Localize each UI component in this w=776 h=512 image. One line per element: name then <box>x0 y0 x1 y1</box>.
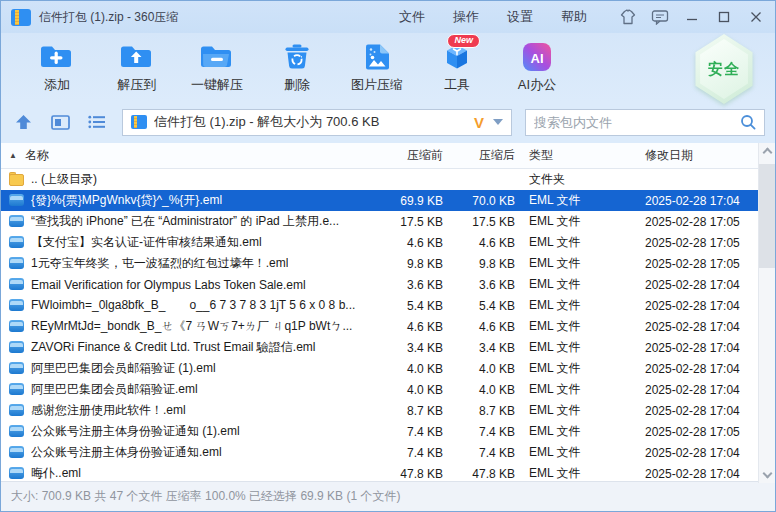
col-size-after: 17.5 KB <box>443 215 515 229</box>
col-date: 2025-02-28 17:04 <box>643 404 775 418</box>
col-size-before: 7.4 KB <box>365 446 443 460</box>
file-name: 【支付宝】实名认证-证件审核结果通知.eml <box>31 234 262 251</box>
toolbar-button-extract-to[interactable]: 解压到 <box>97 39 177 94</box>
col-type: EML 文件 <box>515 423 643 440</box>
delete-icon <box>278 41 316 73</box>
table-header-row: ▲ 名称 压缩前 压缩后 类型 修改日期 <box>1 143 775 169</box>
scrollbar[interactable] <box>758 143 775 483</box>
app-zip-icon <box>11 9 31 26</box>
table-row[interactable]: 晦仆..eml 47.8 KB 47.8 KB EML 文件 2025-02-2… <box>1 463 775 483</box>
file-name: FWloimbh=_0lga8bfk_B_ o__6 7 3 7 8 3 1jT… <box>31 297 355 314</box>
table-row[interactable]: .. (上级目录) 文件夹 <box>1 169 775 190</box>
nav-up-button[interactable] <box>11 110 35 134</box>
col-type: EML 文件 <box>515 192 643 209</box>
close-button[interactable] <box>743 6 769 28</box>
table-row[interactable]: 阿里巴巴集团会员邮箱验证 (1).eml 4.0 KB 4.0 KB EML 文… <box>1 358 775 379</box>
table-row[interactable]: FWloimbh=_0lga8bfk_B_ o__6 7 3 7 8 3 1jT… <box>1 295 775 316</box>
view-mode-button[interactable] <box>48 110 72 134</box>
archive-path-combobox[interactable]: 信件打包 (1).zip - 解包大小为 700.6 KB V <box>122 109 512 136</box>
toolbar-button-label: 图片压缩 <box>351 76 403 94</box>
table-row[interactable]: 1元夺宝年终奖，屯一波猛烈的红包过壕年！.eml 9.8 KB 9.8 KB E… <box>1 253 775 274</box>
table-row[interactable]: {發}%{票}MPgWnkv{贷}^_%{开}.eml 69.9 KB 70.0… <box>1 190 775 211</box>
toolbar-button-delete[interactable]: 删除 <box>257 39 337 94</box>
menu-item-actions[interactable]: 操作 <box>439 4 493 30</box>
file-name: Email Verification for Olympus Labs Toke… <box>31 278 306 292</box>
theme-shirt-icon[interactable] <box>615 6 641 28</box>
scroll-up-icon[interactable] <box>762 148 772 158</box>
feedback-icon[interactable] <box>647 6 673 28</box>
col-size-after: 9.8 KB <box>443 257 515 271</box>
menu-item-settings[interactable]: 设置 <box>493 4 547 30</box>
toolbar-button-label: 删除 <box>284 76 310 94</box>
col-size-before: 4.6 KB <box>365 236 443 250</box>
col-size-before: 3.6 KB <box>365 278 443 292</box>
scroll-thumb[interactable] <box>759 164 775 268</box>
menu-item-file[interactable]: 文件 <box>385 4 439 30</box>
col-size-after: 4.6 KB <box>443 320 515 334</box>
col-size-after: 7.4 KB <box>443 446 515 460</box>
eml-file-icon <box>9 194 25 207</box>
image-compress-icon <box>358 41 396 73</box>
app-window: 信件打包 (1).zip - 360压缩 文件 操作 设置 帮助 <box>0 0 776 512</box>
col-date: 2025-02-28 17:05 <box>643 215 775 229</box>
table-row[interactable]: “查找我的 iPhone” 已在 “Administrator” 的 iPad … <box>1 211 775 232</box>
toolbar-button-ai-office[interactable]: AI AI办公 <box>497 39 577 94</box>
toolbar-button-one-key-extract[interactable]: 一键解压 <box>177 39 257 94</box>
file-name: 阿里巴巴集团会员邮箱验证.eml <box>31 381 198 398</box>
col-size-before: 47.8 KB <box>365 467 443 481</box>
table-row[interactable]: 公众账号注册主体身份验证通知.eml 7.4 KB 7.4 KB EML 文件 … <box>1 442 775 463</box>
toolbar-button-label: 解压到 <box>118 76 157 94</box>
search-input[interactable] <box>534 115 740 130</box>
title-bar: 信件打包 (1).zip - 360压缩 文件 操作 设置 帮助 <box>1 1 775 33</box>
maximize-button[interactable] <box>711 6 737 28</box>
table-row[interactable]: 【支付宝】实名认证-证件审核结果通知.eml 4.6 KB 4.6 KB EML… <box>1 232 775 253</box>
col-size-after: 8.7 KB <box>443 404 515 418</box>
col-date: 2025-02-28 17:05 <box>643 257 775 271</box>
column-header-name[interactable]: ▲ 名称 <box>1 147 365 164</box>
col-date: 2025-02-28 17:04 <box>643 278 775 292</box>
column-header-before[interactable]: 压缩前 <box>365 147 443 164</box>
table-row[interactable]: ZAVORi Finance & Credit Ltd. Trust Email… <box>1 337 775 358</box>
column-header-after[interactable]: 压缩后 <box>443 147 515 164</box>
list-mode-button[interactable] <box>85 110 109 134</box>
search-icon[interactable] <box>740 114 756 130</box>
toolbar-button-tools[interactable]: New 工具 <box>417 39 497 94</box>
safe-shield-badge[interactable]: 安全 <box>693 34 755 104</box>
file-name: .. (上级目录) <box>31 171 97 188</box>
col-size-after: 4.6 KB <box>443 236 515 250</box>
col-date: 2025-02-28 17:04 <box>643 299 775 313</box>
eml-file-icon <box>9 215 25 228</box>
toolbar: 添加 解压到 一键解压 删除 图片压缩 New 工具 AI AI办公 <box>1 33 775 101</box>
menu-bar: 文件 操作 设置 帮助 <box>385 4 601 30</box>
file-name: ZAVORi Finance & Credit Ltd. Trust Email… <box>31 339 316 356</box>
scroll-down-icon[interactable] <box>762 469 772 479</box>
file-name: “查找我的 iPhone” 已在 “Administrator” 的 iPad … <box>31 213 339 230</box>
col-date: 2025-02-28 17:05 <box>643 236 775 250</box>
table-row[interactable]: Email Verification for Olympus Labs Toke… <box>1 274 775 295</box>
chevron-down-icon[interactable] <box>493 119 503 125</box>
table-row[interactable]: REyMrMtJd=_bondk_B_ㄝ《7 ㄢWㄎ7+ㄌ厂 ㄐq1P bWtㄅ… <box>1 316 775 337</box>
col-size-after: 4.0 KB <box>443 362 515 376</box>
col-size-before: 4.6 KB <box>365 320 443 334</box>
table-row[interactable]: 阿里巴巴集团会员邮箱验证.eml 4.0 KB 4.0 KB EML 文件 20… <box>1 379 775 400</box>
col-size-before: 7.4 KB <box>365 425 443 439</box>
column-header-date[interactable]: 修改日期 <box>643 147 775 164</box>
col-size-after: 70.0 KB <box>443 194 515 208</box>
col-size-after: 4.0 KB <box>443 383 515 397</box>
minimize-button[interactable] <box>679 6 705 28</box>
eml-file-icon <box>9 236 25 249</box>
archive-path-text: 信件打包 (1).zip - 解包大小为 700.6 KB <box>154 113 467 131</box>
col-size-before: 9.8 KB <box>365 257 443 271</box>
safe-badge-label: 安全 <box>708 60 740 79</box>
toolbar-button-image-compress[interactable]: 图片压缩 <box>337 39 417 94</box>
table-row[interactable]: 公众账号注册主体身份验证通知 (1).eml 7.4 KB 7.4 KB EML… <box>1 421 775 442</box>
sort-asc-icon: ▲ <box>9 151 17 160</box>
menu-item-help[interactable]: 帮助 <box>547 4 601 30</box>
table-row[interactable]: 感谢您注册使用此软件！.eml 8.7 KB 8.7 KB EML 文件 202… <box>1 400 775 421</box>
address-bar: 信件打包 (1).zip - 解包大小为 700.6 KB V <box>1 101 775 143</box>
toolbar-button-folder-add[interactable]: 添加 <box>17 39 97 94</box>
eml-file-icon <box>9 299 25 312</box>
column-header-type[interactable]: 类型 <box>515 147 643 164</box>
file-list: .. (上级目录) 文件夹 {發}%{票}MPgWnkv{贷}^_%{开}.em… <box>1 169 775 483</box>
eml-file-icon <box>9 278 25 291</box>
